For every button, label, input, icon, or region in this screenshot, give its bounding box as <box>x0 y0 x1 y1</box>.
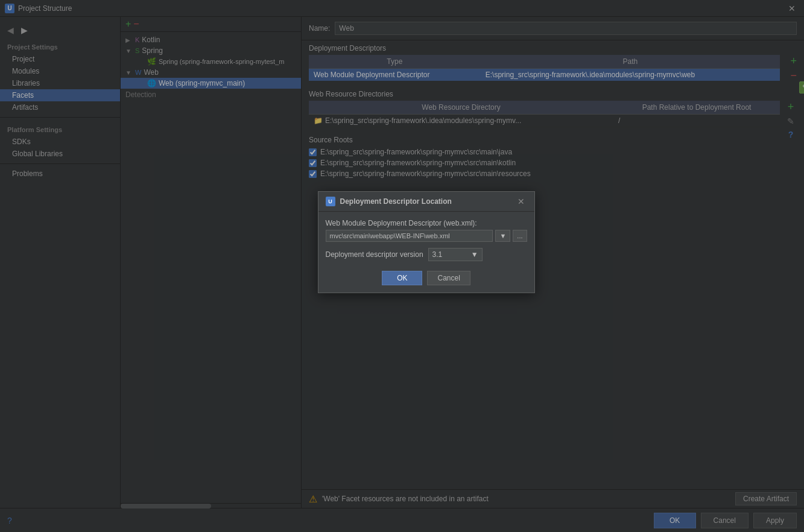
dialog-title-bar: U Deployment Descriptor Location ✕ <box>318 192 534 212</box>
dialog-version-value: 3.1 <box>432 250 443 259</box>
dialog-version-arrow: ▼ <box>471 250 478 259</box>
dialog-path-input[interactable] <box>326 230 493 242</box>
dialog-dropdown-button[interactable]: ▼ <box>495 230 510 242</box>
dialog-title: Deployment Descriptor Location <box>340 197 510 206</box>
dialog-body: Web Module Deployment Descriptor (web.xm… <box>318 212 534 293</box>
dialog-buttons: OK Cancel <box>326 268 527 285</box>
dialog-input-row: ▼ ... <box>326 230 527 242</box>
dialog: U Deployment Descriptor Location ✕ Web M… <box>318 191 535 293</box>
dialog-version-select[interactable]: 3.1 ▼ <box>428 248 483 261</box>
dialog-ok-button[interactable]: OK <box>382 271 422 285</box>
dialog-version-row: Deployment descriptor version 3.1 ▼ <box>326 248 527 261</box>
dialog-app-icon: U <box>326 197 335 206</box>
dialog-close-button[interactable]: ✕ <box>515 197 527 206</box>
dialog-version-label: Deployment descriptor version <box>326 250 423 259</box>
dialog-overlay: U Deployment Descriptor Location ✕ Web M… <box>0 0 804 532</box>
dialog-field-label: Web Module Deployment Descriptor (web.xm… <box>326 219 527 227</box>
dialog-cancel-button[interactable]: Cancel <box>427 271 470 285</box>
dialog-browse-button[interactable]: ... <box>513 230 527 242</box>
